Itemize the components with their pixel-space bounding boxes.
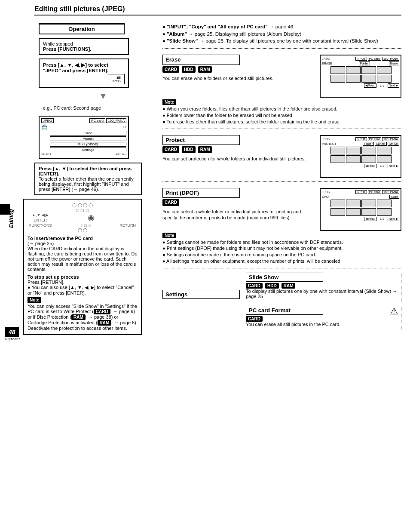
print-body: You can select a whole folder or individ… (162, 209, 315, 221)
erase-notes: When you erase folders, files other than… (162, 106, 401, 125)
protect-body: You can set protection for whole folders… (162, 156, 315, 162)
screen-count: 22 (122, 125, 126, 129)
insert-remove-ref: (→ page 25) (28, 241, 138, 246)
step-1-precondition: While stopped (43, 41, 125, 46)
left-column: Operation While stopped Press [FUNCTIONS… (21, 23, 142, 335)
note-badge: Note (28, 297, 41, 303)
step-1-box: While stopped Press [FUNCTIONS]. (39, 38, 129, 55)
step-2-action: Press [▲, ▼, ◀, ▶] to select "JPEG" and … (43, 62, 108, 73)
protect-screen: JPEGINPUTPC card100_PANA PROTECTFolderCa… (320, 135, 401, 178)
doc-code: RQT6637 (5, 337, 20, 341)
hdd-badge: HDD (182, 66, 196, 73)
erase-header: Erase (162, 55, 240, 65)
settings-header: Settings (162, 290, 240, 299)
card-badge: CARD (246, 283, 263, 289)
insert-remove-body: When the CARD indicator in the unit disp… (28, 246, 138, 272)
remote-enter-label: ENTER (34, 218, 47, 222)
top-reference-bullets: "INPUT", "Copy" and "All copy of PC card… (162, 23, 401, 49)
card-badge-inline: CARD (94, 309, 110, 314)
stop-process-heading: To stop set up process (28, 274, 138, 280)
card-badge: CARD (246, 316, 263, 322)
print-note-badge: Note (162, 233, 176, 238)
remote-control-diagram: ◯ ◯ ◯ ◯ ▢ ▢ ▢ ▲,▼,◀,▶ENTER ◉ FUNCTIONS ○… (28, 203, 138, 233)
erase-body: You can erase whole folders or selected … (162, 75, 315, 82)
screen-folder-tag: 100_PANA (106, 118, 126, 123)
step-1-action: Press [FUNCTIONS]. (43, 46, 125, 52)
warning-icon: ⚠ (390, 306, 398, 317)
pcformat-body: You can erase all still pictures in the … (246, 322, 387, 327)
ram-badge-inline: RAM (71, 314, 86, 320)
hdd-badge: HDD (182, 146, 196, 153)
insert-remove-heading: To insert/remove the PC card (28, 236, 138, 241)
print-header: Print (DPOF) (162, 188, 240, 198)
jpeg-menu-screen: JPEG PC card 100_PANA 📇22 Erase Protect … (39, 116, 129, 159)
protect-section: Protect CARD HDD RAM You can set protect… (162, 133, 401, 182)
note-body: You can only access "Slide Show" in "Set… (28, 304, 138, 331)
ram-badge-inline-2: RAM (98, 320, 112, 326)
protect-header: Protect (162, 135, 240, 145)
remote-dirs-label: ▲,▼,◀,▶ (32, 213, 49, 217)
card-badge: CARD (162, 146, 179, 153)
erase-note-badge: Note (162, 99, 176, 105)
ram-badge: RAM (198, 66, 212, 73)
erase-screen: JPEGINPUTPC card100_PANA ERASEFolderEras… (320, 55, 401, 98)
settings-row: Settings Slide Show CARD HDD RAM To disp… (162, 273, 401, 329)
card-badge: CARD (162, 199, 179, 206)
screen-settings-button: Settings (50, 148, 126, 152)
jpeg-tile-icon: 📷JPEG (108, 74, 125, 84)
page-title: Editing still pictures (JPEG) (34, 5, 401, 15)
ram-badge: RAM (281, 283, 296, 289)
pcformat-header: PC card Format (246, 306, 323, 315)
page-number: 48 (5, 327, 19, 337)
right-column: "INPUT", "Copy" and "All copy of PC card… (150, 23, 401, 335)
screen-print-button: Print (DPOF) (50, 142, 126, 147)
stop-process-line2: ● You can also use [▲, ▼, ◀, ▶] to selec… (28, 285, 138, 295)
ram-badge: RAM (198, 146, 212, 153)
erase-section: Erase CARD HDD RAM You can erase whole f… (162, 53, 401, 129)
card-icon: 📇 (41, 124, 48, 130)
card-badge: CARD (162, 66, 179, 73)
screen-return-label: RETURN (116, 153, 126, 156)
operation-header: Operation (39, 23, 125, 34)
print-screen: JPEGINPUTPC card100_PANA DPOFStore ◀ Pre… (320, 188, 401, 231)
stop-process-line1: Press [RETURN]. (28, 280, 138, 285)
screen-protect-button: Protect (50, 136, 126, 141)
step-2-box: Press [▲, ▼, ◀, ▶] to select "JPEG" and … (39, 58, 129, 88)
step-3-heading: Press [▲, ▼] to select the item and pres… (39, 166, 138, 176)
screen-select-label: SELECT (41, 153, 51, 156)
print-section: Print (DPOF) CARD You can select a whole… (162, 186, 401, 268)
slideshow-section: Slide Show CARD HDD RAM To display still… (246, 273, 401, 301)
example-caption: e.g., PC card: Second page (43, 105, 142, 111)
hdd-badge: HDD (265, 283, 279, 289)
step-3-box: Press [▲, ▼] to select the item and pres… (34, 163, 142, 195)
screen-jpeg-tag: JPEG (41, 118, 54, 123)
remote-return-label: RETURN (120, 223, 136, 228)
step-3-body: To select a folder other than the one cu… (39, 176, 138, 192)
page-number-area: 48 RQT6637 (5, 327, 20, 341)
screen-pccard-tag: PC card (89, 118, 105, 123)
slideshow-header: Slide Show (246, 273, 323, 282)
down-arrow-icon: ▼ (64, 91, 142, 101)
screen-erase-button: Erase (50, 131, 126, 135)
remote-functions-label: FUNCTIONS (29, 223, 52, 228)
print-notes: Settings cannot be made for folders and … (162, 239, 401, 264)
pcformat-section: PC card Format CARD You can erase all st… (246, 306, 401, 329)
slideshow-body: To display still pictures one by one wit… (246, 289, 398, 299)
side-section-label: Editing (8, 209, 14, 228)
instructions-box: ◯ ◯ ◯ ◯ ▢ ▢ ▢ ▲,▼,◀,▶ENTER ◉ FUNCTIONS ○… (23, 199, 142, 335)
